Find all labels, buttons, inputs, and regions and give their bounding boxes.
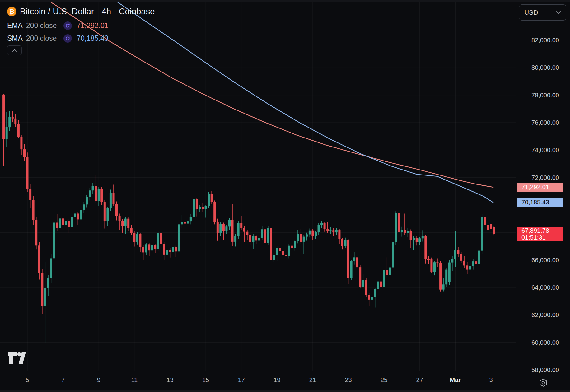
- time-axis-label: 3: [489, 376, 493, 384]
- candlestick-chart[interactable]: [0, 0, 516, 372]
- time-axis-label: 17: [238, 376, 245, 384]
- pane-bottom-edge: [0, 390, 570, 392]
- last-price-tag: 67,891.7801:51:31: [517, 227, 563, 241]
- time-axis-label: 23: [345, 376, 352, 384]
- indicator-value: 71,292.01: [77, 21, 108, 30]
- refresh-icon: [63, 34, 72, 43]
- indicator-name: SMA: [7, 34, 23, 43]
- bitcoin-icon: ₿: [7, 7, 16, 16]
- bar-countdown: 01:51:31: [521, 234, 549, 241]
- refresh-icon: [63, 21, 72, 30]
- time-axis[interactable]: 579111315171921232527Mar3: [0, 371, 570, 390]
- chevron-up-icon: [12, 49, 17, 52]
- price-axis-label: 80,000.00: [531, 64, 559, 71]
- price-axis-label: 60,000.00: [531, 339, 559, 346]
- time-axis-label: Mar: [450, 376, 461, 384]
- time-axis-label: 9: [97, 376, 100, 384]
- indicator-row-ema[interactable]: EMA 200 close 71,292.01: [7, 21, 155, 30]
- price-axis-label: 66,000.00: [531, 256, 559, 264]
- sma-price-tag: 70,185.43: [517, 198, 563, 207]
- price-axis[interactable]: 82,000.0080,000.0078,000.0076,000.0074,0…: [516, 2, 570, 371]
- indicator-name: EMA: [7, 21, 23, 30]
- collapse-legend-button[interactable]: [7, 45, 22, 55]
- time-axis-label: 25: [381, 376, 387, 384]
- price-axis-label: 82,000.00: [531, 36, 559, 44]
- price-axis-label: 72,000.00: [531, 174, 559, 181]
- time-axis-label: 15: [202, 376, 209, 384]
- ema-price-tag: 71,292.01: [517, 183, 563, 192]
- last-price-value: 67,891.78: [521, 227, 549, 234]
- indicator-params: 200 close: [26, 21, 57, 30]
- time-axis-label: 27: [416, 376, 423, 384]
- pane-top-edge: [0, 0, 570, 2]
- time-axis-label: 11: [131, 376, 138, 384]
- indicator-row-sma[interactable]: SMA 200 close 70,185.43: [7, 34, 155, 43]
- price-axis-label: 64,000.00: [531, 284, 559, 291]
- chart-window: ₿ Bitcoin / U.S. Dollar · 4h · Coinbase …: [0, 0, 570, 392]
- sma-line: [115, 0, 493, 202]
- symbol-title-row[interactable]: ₿ Bitcoin / U.S. Dollar · 4h · Coinbase: [7, 6, 155, 17]
- time-axis-label: 13: [166, 376, 173, 384]
- price-axis-label: 74,000.00: [531, 146, 559, 154]
- tradingview-logo[interactable]: [8, 352, 26, 365]
- symbol-title[interactable]: Bitcoin / U.S. Dollar · 4h · Coinbase: [20, 7, 155, 16]
- settings-gear-icon[interactable]: [539, 378, 548, 387]
- indicator-params: 200 close: [26, 34, 57, 43]
- time-axis-label: 7: [61, 376, 65, 384]
- time-axis-label: 21: [309, 376, 316, 384]
- time-axis-label: 19: [273, 376, 280, 384]
- price-axis-label: 78,000.00: [531, 91, 559, 99]
- legend: ₿ Bitcoin / U.S. Dollar · 4h · Coinbase …: [7, 6, 155, 43]
- price-axis-label: 76,000.00: [531, 119, 559, 126]
- time-axis-label: 5: [26, 376, 29, 384]
- indicator-value: 70,185.43: [77, 34, 108, 43]
- price-axis-label: 62,000.00: [531, 311, 559, 319]
